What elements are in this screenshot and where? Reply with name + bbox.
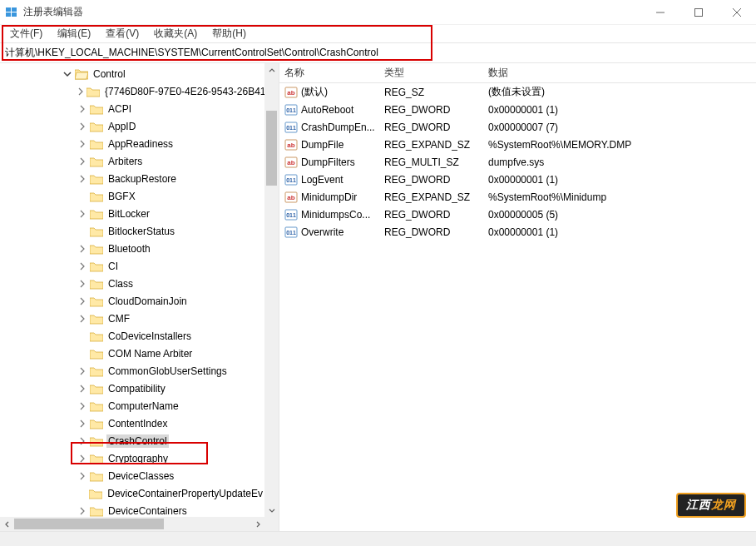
tree-item[interactable]: Arbiters (0, 152, 264, 170)
menu-help[interactable]: 帮助(H) (205, 25, 253, 42)
tree-item[interactable]: BitlockerStatus (0, 222, 264, 240)
chevron-right-icon[interactable] (77, 86, 85, 97)
value-type: REG_EXPAND_SZ (384, 139, 488, 151)
value-name: AutoReboot (301, 104, 384, 116)
chevron-right-icon[interactable] (77, 418, 88, 429)
value-row[interactable]: 011OverwriteREG_DWORD0x00000001 (1) (279, 223, 756, 241)
tree-item-label: Bluetooth (106, 242, 152, 256)
tree-item[interactable]: CI (0, 257, 264, 275)
maximize-button[interactable] (679, 0, 718, 25)
value-row[interactable]: abDumpFiltersREG_MULTI_SZdumpfve.sys (279, 153, 756, 171)
tree-item-label: ContentIndex (106, 417, 169, 430)
tree-item[interactable]: CMF (0, 310, 264, 327)
scroll-down-button[interactable] (264, 503, 279, 517)
chevron-right-icon[interactable] (77, 435, 88, 447)
scroll-track-horizontal[interactable] (14, 517, 250, 531)
tree-item[interactable]: BitLocker (0, 205, 264, 222)
svg-rect-2 (6, 12, 11, 17)
value-type: REG_DWORD (384, 174, 488, 186)
tree-item[interactable]: COM Name Arbiter (0, 345, 264, 362)
chevron-right-icon[interactable] (77, 243, 88, 255)
tree-item[interactable]: DeviceContainerPropertyUpdateEv (0, 484, 264, 502)
tree-item[interactable]: DeviceClasses (0, 467, 264, 484)
chevron-right-icon[interactable] (77, 453, 88, 464)
value-name: DumpFilters (301, 156, 384, 168)
value-row[interactable]: 011LogEventREG_DWORD0x00000001 (1) (279, 171, 756, 188)
scroll-thumb-vertical[interactable] (266, 111, 277, 186)
tree-item[interactable]: CommonGlobUserSettings (0, 362, 264, 380)
scroll-track-vertical[interactable] (264, 77, 279, 503)
scroll-left-button[interactable] (0, 517, 14, 531)
chevron-right-icon[interactable] (77, 138, 88, 150)
values-body[interactable]: ab(默认)REG_SZ(数值未设置)011AutoRebootREG_DWOR… (279, 83, 756, 531)
chevron-right-icon[interactable] (77, 295, 88, 307)
tree-scroll[interactable]: Control {7746D80F-97E0-4E26-9543-26B41AC… (0, 63, 264, 517)
tree-item[interactable]: CoDeviceInstallers (0, 327, 264, 345)
value-row[interactable]: ab(默认)REG_SZ(数值未设置) (279, 83, 756, 101)
tree-scrollbar-vertical[interactable] (264, 63, 279, 517)
watermark-prefix: 江西 (686, 498, 711, 511)
scroll-up-button[interactable] (264, 63, 279, 77)
folder-icon (90, 330, 103, 342)
chevron-right-icon[interactable] (77, 121, 88, 132)
chevron-right-icon[interactable] (77, 103, 88, 115)
values-header: 名称 类型 数据 (279, 63, 756, 83)
chevron-right-icon[interactable] (77, 156, 88, 167)
tree-item[interactable]: ACPI (0, 100, 264, 117)
tree-item[interactable]: Bluetooth (0, 240, 264, 257)
tree-item[interactable]: ComputerName (0, 397, 264, 414)
chevron-right-icon[interactable] (77, 208, 88, 220)
svg-text:ab: ab (287, 89, 294, 97)
svg-text:011: 011 (286, 212, 296, 218)
tree-item[interactable]: DeviceContainers (0, 502, 264, 517)
value-row[interactable]: abMinidumpDirREG_EXPAND_SZ%SystemRoot%\M… (279, 188, 756, 206)
tree-item-control[interactable]: Control (0, 65, 264, 82)
tree-item[interactable]: {7746D80F-97E0-4E26-9543-26B41 (0, 82, 264, 100)
value-name: MinidumpDir (301, 191, 384, 203)
value-name: (默认) (301, 85, 384, 99)
values-pane: 名称 类型 数据 ab(默认)REG_SZ(数值未设置)011AutoReboo… (279, 63, 756, 531)
chevron-down-icon[interactable] (62, 68, 73, 80)
tree-item[interactable]: BackupRestore (0, 170, 264, 187)
chevron-right-icon[interactable] (77, 365, 88, 377)
tree-item[interactable]: Cryptography (0, 449, 264, 467)
tree-item[interactable]: AppReadiness (0, 135, 264, 152)
chevron-right-icon[interactable] (77, 400, 88, 412)
column-type[interactable]: 类型 (384, 66, 488, 80)
close-button[interactable] (718, 0, 756, 25)
chevron-right-icon[interactable] (77, 505, 88, 517)
tree-item[interactable]: BGFX (0, 187, 264, 205)
value-row[interactable]: 011AutoRebootREG_DWORD0x00000001 (1) (279, 101, 756, 118)
scroll-thumb-horizontal[interactable] (14, 519, 164, 529)
value-row[interactable]: abDumpFileREG_EXPAND_SZ%SystemRoot%\MEMO… (279, 136, 756, 153)
tree-item[interactable]: Compatibility (0, 380, 264, 397)
menu-view[interactable]: 查看(V) (99, 25, 146, 42)
chevron-right-icon[interactable] (77, 383, 88, 395)
minimize-button[interactable] (641, 0, 679, 25)
menu-edit[interactable]: 编辑(E) (51, 25, 97, 42)
tree-item[interactable]: Class (0, 275, 264, 292)
svg-text:ab: ab (287, 159, 294, 166)
menu-file[interactable]: 文件(F) (3, 25, 49, 42)
address-bar[interactable]: 计算机\HKEY_LOCAL_MACHINE\SYSTEM\CurrentCon… (0, 43, 756, 63)
tree-item[interactable]: CrashControl (0, 432, 264, 449)
folder-open-icon (75, 68, 88, 80)
tree-item-label: CrashControl (106, 434, 169, 448)
chevron-right-icon[interactable] (77, 173, 88, 185)
value-row[interactable]: 011CrashDumpEn...REG_DWORD0x00000007 (7) (279, 118, 756, 136)
value-type: REG_DWORD (384, 209, 488, 221)
column-name[interactable]: 名称 (284, 66, 384, 80)
tree-scrollbar-horizontal[interactable] (0, 517, 264, 531)
chevron-right-icon[interactable] (77, 278, 88, 290)
chevron-right-icon[interactable] (77, 261, 88, 272)
tree-item[interactable]: AppID (0, 117, 264, 135)
chevron-right-icon[interactable] (77, 313, 88, 325)
value-row[interactable]: 011MinidumpsCo...REG_DWORD0x00000005 (5) (279, 206, 756, 223)
tree-item[interactable]: ContentIndex (0, 414, 264, 432)
column-data[interactable]: 数据 (488, 66, 756, 80)
menu-favorites[interactable]: 收藏夹(A) (147, 25, 204, 42)
folder-icon (90, 470, 103, 482)
tree-item[interactable]: CloudDomainJoin (0, 292, 264, 310)
chevron-right-icon[interactable] (77, 470, 88, 482)
scroll-right-button[interactable] (250, 517, 264, 531)
